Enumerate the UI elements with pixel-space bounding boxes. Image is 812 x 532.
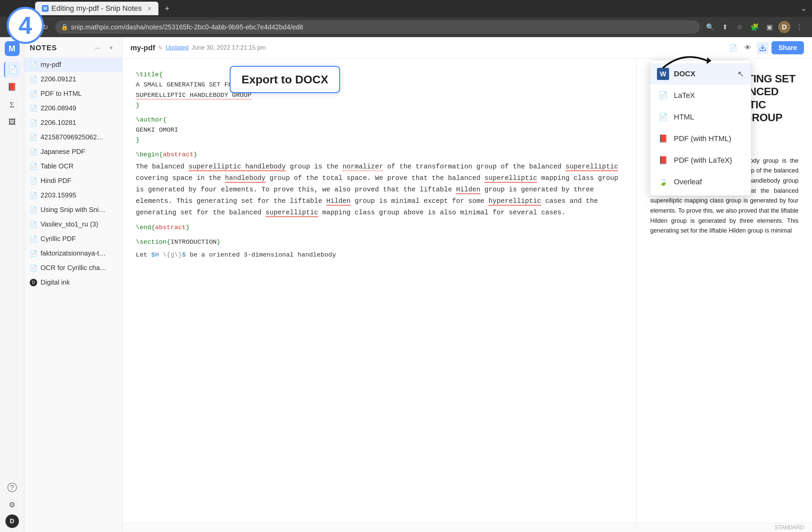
search-icon[interactable]: 🔍: [704, 21, 716, 33]
tab-icon: M: [42, 5, 49, 12]
sidebar-item-faktorizatsionnaya[interactable]: 📄 faktorizatsionnaya-teorema ⋮: [24, 246, 122, 261]
editor-area[interactable]: \title{ A SMALL GENERATING SET FOR THE B…: [122, 59, 636, 523]
file-icon: 📄: [30, 105, 37, 112]
doc-preview-button[interactable]: 👁: [742, 42, 754, 54]
doc-header-actions: 📄 👁 Share: [727, 41, 804, 54]
user-avatar-sidebar[interactable]: D: [5, 515, 19, 528]
avatar-icon: D: [30, 279, 37, 286]
html-icon: 📄: [657, 111, 669, 123]
sidebar-item-settings[interactable]: ⚙: [4, 497, 20, 513]
active-tab[interactable]: M Editing my-pdf - Snip Notes ✕: [35, 2, 158, 15]
sidebar-add-button[interactable]: +: [106, 43, 117, 53]
address-bar[interactable]: 🔒 snip.mathpix.com/dasha/notes/253165fc-…: [55, 20, 700, 34]
nav-bar: ← → ↻ 🔒 snip.mathpix.com/dasha/notes/253…: [0, 17, 812, 37]
sidebar-item-label: OCR for Cyrillic characters: [41, 264, 107, 272]
latex-icon: 📄: [657, 89, 669, 102]
doc-meta-date: June 30, 2022 17:21:15 pm: [191, 44, 265, 51]
doc-title-row: my-pdf ✎ Updated June 30, 2022 17:21:15 …: [130, 44, 266, 52]
sidebar-item-label: 421587096925062757222205...: [41, 133, 107, 141]
sidebar-item-table-ocr[interactable]: 📄 Table OCR ⋮: [24, 159, 122, 174]
sidebar-item-help[interactable]: ?: [4, 479, 20, 496]
step-number: 4: [7, 7, 44, 44]
export-latex-button[interactable]: 📄 LaTeX: [650, 85, 751, 106]
question-icon: ?: [8, 483, 17, 492]
sidebar-item-2203.15995[interactable]: 📄 2203.15995 ⋮: [24, 188, 122, 203]
sidebar-item-label: Using Snip with Snip Notes: [41, 206, 107, 214]
updated-link[interactable]: Updated: [165, 44, 188, 51]
sidebar-toggle-icon[interactable]: ▣: [763, 21, 775, 33]
sidebar-item-label: Digital ink: [41, 279, 107, 286]
sidebar-item-vasilev[interactable]: 📄 Vasilev_sto1_ru (3) ⋮: [24, 217, 122, 232]
export-pdf-html-button[interactable]: 📕 PDF (with HTML): [650, 128, 751, 150]
doc-title: my-pdf: [130, 44, 155, 52]
export-overleaf-button[interactable]: 🍃 Overleaf: [650, 171, 751, 193]
file-icon: 📄: [30, 90, 37, 98]
export-pdf-latex-label: PDF (with LaTeX): [674, 156, 732, 165]
sidebar-item-ocr-cyrillic[interactable]: 📄 OCR for Cyrillic characters ⋮: [24, 261, 122, 275]
sidebar-item-image[interactable]: 🖼: [4, 114, 20, 130]
doc-edit-icon[interactable]: ✎: [158, 44, 163, 51]
sidebar: NOTES ··· + 📄 my-pdf ⋮ 📄 2206.09121 ⋮ 📄 …: [24, 37, 122, 532]
sidebar-item-pdf[interactable]: 📕: [4, 79, 20, 95]
export-latex-label: LaTeX: [674, 91, 695, 100]
tab-bar: M Editing my-pdf - Snip Notes ✕ + ⌄: [0, 0, 812, 17]
tab-close-button[interactable]: ✕: [147, 5, 152, 12]
file-icon: 📄: [30, 148, 37, 156]
nav-actions: 🔍 ⬆ ☆ 🧩 ▣ D ⋮: [704, 21, 805, 33]
formula-icon: Σ: [10, 100, 15, 109]
export-pdf-latex-button[interactable]: 📕 PDF (with LaTeX): [650, 150, 751, 171]
sidebar-item-cyrillic-pdf[interactable]: 📄 Cyrillic PDF ⋮: [24, 232, 122, 246]
user-avatar[interactable]: D: [778, 21, 791, 33]
sidebar-item-label: faktorizatsionnaya-teorema: [41, 249, 107, 257]
sidebar-item-pdf-to-html[interactable]: 📄 PDF to HTML ⋮: [24, 86, 122, 101]
sidebar-item-label: 2203.15995: [41, 191, 107, 199]
sidebar-more-button[interactable]: ···: [92, 43, 103, 53]
sidebar-item-japanese-pdf[interactable]: 📄 Japanese PDF ⋮: [24, 145, 122, 159]
sidebar-item-label: Japanese PDF: [41, 148, 107, 156]
gear-icon: ⚙: [9, 501, 16, 509]
sidebar-actions: ··· +: [92, 43, 117, 53]
new-tab-button[interactable]: +: [161, 2, 173, 15]
export-html-label: HTML: [674, 113, 694, 121]
sidebar-item-4215[interactable]: 📄 421587096925062757222205... ⋮: [24, 130, 122, 145]
extensions-icon[interactable]: 🧩: [749, 21, 761, 33]
file-icon: 📄: [30, 119, 37, 127]
icon-bar-bottom: ? ⚙ D: [4, 479, 20, 528]
sidebar-item-notes[interactable]: 📄: [4, 61, 20, 78]
sidebar-item-2206.08949[interactable]: 📄 2206.08949 ⋮: [24, 101, 122, 116]
sidebar-item-using-snip[interactable]: 📄 Using Snip with Snip Notes ⋮: [24, 203, 122, 217]
export-html-button[interactable]: 📄 HTML: [650, 106, 751, 128]
export-overleaf-label: Overleaf: [674, 178, 702, 186]
sidebar-item-2206.10281[interactable]: 📄 2206.10281 ⋮: [24, 116, 122, 130]
overleaf-icon: 🍃: [657, 176, 669, 188]
share-button[interactable]: Share: [771, 41, 804, 54]
share-page-icon[interactable]: ⬆: [719, 21, 731, 33]
sidebar-item-label: 2206.08949: [41, 104, 107, 112]
pdf-latex-icon: 📕: [657, 154, 669, 166]
tab-label: Editing my-pdf - Snip Notes: [51, 4, 142, 13]
file-icon: 📄: [30, 134, 37, 141]
sidebar-item-formula[interactable]: Σ: [4, 97, 20, 113]
status-label: STANDARD: [774, 524, 804, 530]
lock-icon: 🔒: [61, 23, 68, 31]
doc-view-source-button[interactable]: 📄: [727, 42, 739, 54]
sidebar-item-label: 2206.10281: [41, 119, 107, 127]
sidebar-item-label: Table OCR: [41, 162, 107, 170]
image-icon: 🖼: [9, 118, 16, 127]
latex-content: \title{ A SMALL GENERATING SET FOR THE B…: [136, 70, 623, 260]
sidebar-item-label: my-pdf: [41, 61, 107, 69]
more-tabs-button[interactable]: ⌄: [800, 4, 807, 13]
svg-marker-1: [707, 57, 711, 64]
doc-meta-updated: Updated June 30, 2022 17:21:15 pm: [165, 44, 265, 51]
sidebar-item-hindi-pdf[interactable]: 📄 Hindi PDF ⋮: [24, 174, 122, 188]
menu-icon[interactable]: ⋮: [793, 21, 805, 33]
sidebar-item-digital-ink[interactable]: D Digital ink ⋮: [24, 275, 122, 290]
sidebar-item-my-pdf[interactable]: 📄 my-pdf ⋮: [24, 57, 122, 72]
bookmark-icon[interactable]: ☆: [734, 21, 746, 33]
export-tooltip-label: Export to DOCX: [242, 73, 328, 86]
doc-export-button[interactable]: [757, 42, 769, 54]
sidebar-item-2206.09121[interactable]: 📄 2206.09121 ⋮: [24, 72, 122, 86]
file-icon: 📄: [30, 61, 37, 69]
app-logo: M: [5, 41, 19, 56]
export-pdf-html-label: PDF (with HTML): [674, 134, 731, 143]
